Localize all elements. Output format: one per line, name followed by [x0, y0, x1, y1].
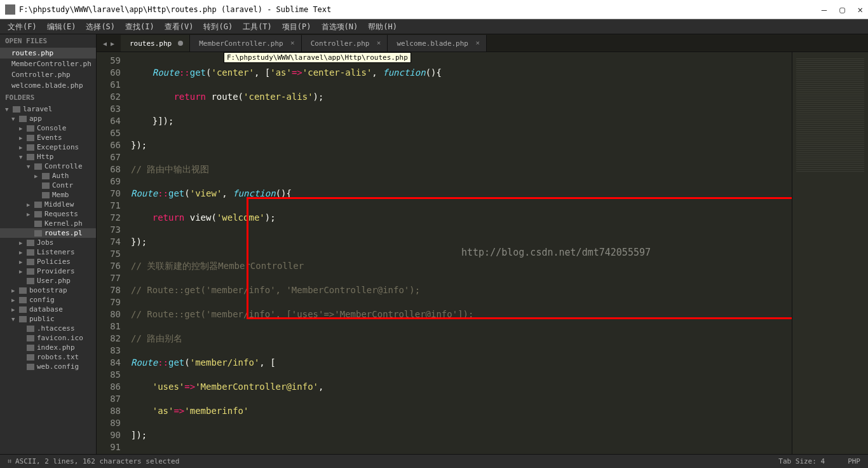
code-area[interactable]: Route::get('center', ['as'=>'center-alis…	[127, 52, 792, 454]
menu-project[interactable]: 项目(P)	[277, 19, 316, 34]
minimize-button[interactable]: —	[822, 4, 827, 15]
open-file-item[interactable]: Controller.php	[0, 69, 96, 80]
gutter[interactable]: 5960616263646566676869707172737475767778…	[97, 52, 127, 454]
tree-item[interactable]: ▶Auth	[0, 171, 96, 181]
menu-edit[interactable]: 编辑(E)	[42, 19, 81, 34]
tree-item[interactable]: ▶Listeners	[0, 247, 96, 257]
folder-icon	[34, 211, 42, 217]
status-syntax[interactable]: PHP	[848, 457, 860, 465]
tab-routes[interactable]: routes.php	[121, 35, 190, 52]
tree-item-label: config	[29, 296, 55, 304]
tree-item[interactable]: ▶Policies	[0, 257, 96, 266]
tree-item-label: Kernel.ph	[44, 219, 83, 228]
menu-prefs[interactable]: 首选项(N)	[316, 19, 363, 34]
tab-tooltip: F:\phpstudy\WWW\laravel\app\Http\routes.…	[224, 52, 411, 63]
tree-item[interactable]: ▶database	[0, 305, 96, 314]
tree-item[interactable]: ▶Middlew	[0, 200, 96, 209]
folder-icon	[27, 259, 34, 265]
open-file-item[interactable]: routes.php	[0, 48, 96, 59]
tree-item-label: Memb	[52, 191, 69, 199]
minimap[interactable]	[792, 52, 868, 454]
tree-item[interactable]: ▶Providers	[0, 266, 96, 276]
tree-item-label: .htaccess	[37, 324, 75, 333]
tree-item-label: Http	[37, 153, 54, 161]
chevron-icon: ▶	[11, 297, 17, 303]
folder-icon	[27, 144, 34, 151]
tree-item[interactable]: .htaccess	[0, 324, 96, 333]
file-icon	[34, 230, 42, 237]
tree-item-label: Exceptions	[37, 143, 79, 151]
menu-find[interactable]: 查找(I)	[120, 19, 159, 34]
close-icon[interactable]: ×	[377, 39, 381, 47]
chevron-icon: ▶	[27, 211, 32, 217]
tree-item[interactable]: ▶Jobs	[0, 238, 96, 247]
tree-item-label: Policies	[37, 258, 71, 266]
tree-item[interactable]: ▶Exceptions	[0, 142, 96, 152]
folder-icon	[27, 125, 34, 132]
menu-select[interactable]: 选择(S)	[81, 19, 120, 34]
file-icon	[27, 326, 34, 332]
tree-item[interactable]: User.php	[0, 276, 96, 286]
tree-item[interactable]: Contr	[0, 181, 96, 190]
folder-icon	[19, 287, 27, 294]
tree-item[interactable]: ▼app	[0, 114, 96, 123]
folder-icon	[34, 163, 42, 170]
tab-nav[interactable]: ◀ ▶	[97, 35, 121, 52]
tree-item[interactable]: ▼laravel	[0, 104, 96, 114]
tree-item-label: app	[29, 114, 42, 123]
menu-file[interactable]: 文件(F)	[3, 19, 42, 34]
tree-item[interactable]: ▶Console	[0, 123, 96, 133]
tree-item[interactable]: routes.pl	[0, 228, 96, 238]
close-icon[interactable]: ×	[475, 39, 480, 47]
folder-icon	[19, 306, 27, 313]
tab-welcome[interactable]: welcome.blade.php×	[388, 35, 487, 52]
tree-item-label: laravel	[23, 105, 52, 113]
tree-item-label: Events	[37, 134, 62, 142]
tree-item[interactable]: index.php	[0, 343, 96, 352]
folder-icon	[13, 106, 20, 113]
window-title: F:\phpstudy\WWW\laravel\app\Http\routes.…	[19, 5, 822, 14]
tree-item[interactable]: ▼Controlle	[0, 162, 96, 171]
status-tabsize[interactable]: Tab Size: 4	[778, 457, 825, 465]
tab-membercontroller[interactable]: MemberController.php×	[190, 35, 301, 52]
tree-item[interactable]: ▶bootstrap	[0, 286, 96, 295]
tree-item[interactable]: robots.txt	[0, 352, 96, 362]
open-file-item[interactable]: MemberController.ph	[0, 59, 96, 69]
tree-item[interactable]: ▶Events	[0, 133, 96, 142]
tree-item[interactable]: Memb	[0, 190, 96, 200]
tree-item[interactable]: Kernel.ph	[0, 219, 96, 228]
tree-item[interactable]: ▶config	[0, 295, 96, 305]
chevron-icon: ▶	[19, 240, 24, 246]
folder-icon	[19, 316, 27, 322]
folder-icon	[19, 116, 27, 122]
menu-goto[interactable]: 转到(G)	[198, 19, 238, 34]
menu-view[interactable]: 查看(V)	[159, 19, 199, 34]
dirty-indicator-icon	[178, 41, 183, 46]
tree-item-label: favicon.ico	[37, 334, 83, 342]
folder-icon	[42, 173, 50, 179]
chevron-icon: ▶	[11, 306, 17, 313]
menu-help[interactable]: 帮助(H)	[363, 19, 402, 34]
file-icon	[27, 335, 34, 341]
statusbar: ⌗ ASCII, 2 lines, 162 characters selecte…	[0, 454, 868, 468]
tab-strip: ◀ ▶ routes.php MemberController.php× Con…	[97, 34, 868, 52]
tree-item[interactable]: favicon.ico	[0, 333, 96, 343]
chevron-icon: ▼	[11, 116, 17, 122]
maximize-button[interactable]: ▢	[839, 4, 844, 15]
tree-item-label: Controlle	[44, 162, 83, 170]
open-file-item[interactable]: welcome.blade.php	[0, 80, 96, 91]
chevron-icon: ▼	[5, 106, 10, 113]
close-icon[interactable]: ×	[290, 39, 295, 47]
tree-item[interactable]: web.config	[0, 362, 96, 371]
close-button[interactable]: ✕	[858, 4, 863, 15]
tab-label: welcome.blade.php	[397, 39, 468, 48]
editor[interactable]: 5960616263646566676869707172737475767778…	[97, 52, 868, 454]
chevron-icon: ▶	[27, 202, 32, 208]
tree-item[interactable]: ▼Http	[0, 152, 96, 162]
tab-controller[interactable]: Controller.php×	[302, 35, 388, 52]
menu-tools[interactable]: 工具(T)	[238, 19, 277, 34]
tree-item-label: Providers	[37, 267, 75, 275]
tree-item[interactable]: ▼public	[0, 314, 96, 324]
tree-item-label: robots.txt	[37, 353, 79, 361]
tree-item[interactable]: ▶Requests	[0, 209, 96, 219]
